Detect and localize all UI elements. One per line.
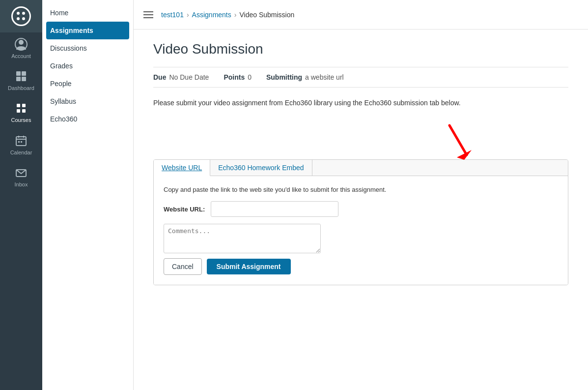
tab-content: Copy and paste the link to the web site … [154,176,568,285]
meta-due: Due No Due Date [153,73,209,81]
breadcrumb-current: Video Submission [239,11,294,19]
courses-icon [14,101,28,115]
svg-rect-9 [22,109,26,113]
dashboard-icon [14,69,28,83]
breadcrumb: test101 › Assignments › Video Submission [161,11,294,19]
assignment-meta: Due No Due Date Points 0 Submitting a we… [153,67,568,88]
main-content: test101 › Assignments › Video Submission… [134,0,588,390]
breadcrumb-sep2: › [234,11,237,19]
comments-textarea[interactable] [164,224,321,253]
svg-rect-2 [16,71,21,76]
svg-rect-7 [22,104,26,107]
logo-dot [17,17,20,20]
points-label: Points [224,73,245,81]
course-nav-grades[interactable]: Grades [42,57,133,75]
svg-rect-8 [17,109,20,113]
course-nav-assignments[interactable]: Assignments [46,22,129,39]
svg-rect-5 [22,77,26,81]
url-input[interactable] [211,201,338,217]
meta-submitting: Submitting a website url [266,73,344,81]
form-actions: Cancel Submit Assignment [164,258,558,275]
course-nav-home[interactable]: Home [42,4,133,22]
svg-point-0 [19,40,24,45]
app-logo [0,0,42,32]
points-value: 0 [248,73,252,81]
course-nav: Home Assignments Discussions Grades Peop… [42,0,134,390]
page-title: Video Submission [153,41,568,57]
due-label: Due [153,73,166,81]
global-nav: Account Dashboard Courses [0,0,42,390]
hamburger-line [143,17,153,18]
arrow-container [153,123,568,164]
global-nav-calendar[interactable]: Calendar [0,129,42,161]
top-bar: test101 › Assignments › Video Submission [134,0,588,30]
submitting-value: a website url [305,73,344,81]
logo-circle [11,6,31,26]
breadcrumb-section[interactable]: Assignments [192,11,231,19]
logo-dot [22,17,25,20]
course-nav-discussions[interactable]: Discussions [42,39,133,57]
global-nav-account[interactable]: Account [0,32,42,64]
svg-rect-15 [21,141,22,143]
global-nav-inbox[interactable]: Inbox [0,161,42,193]
meta-points: Points 0 [224,73,252,81]
red-arrow [440,123,479,164]
cancel-button[interactable]: Cancel [164,258,202,275]
hamburger-line [143,11,153,12]
course-nav-people[interactable]: People [42,75,133,92]
global-nav-dashboard[interactable]: Dashboard [0,64,42,96]
calendar-icon [14,134,28,148]
breadcrumb-sep: › [187,11,189,19]
svg-line-17 [449,125,467,155]
svg-rect-6 [17,104,20,107]
logo-dot [22,12,25,15]
calendar-label: Calendar [10,150,32,156]
dashboard-label: Dashboard [8,85,34,91]
logo-dot [17,12,20,15]
svg-rect-3 [22,71,26,76]
courses-label: Courses [11,117,31,123]
url-form-row: Website URL: [164,201,558,217]
account-label: Account [11,53,31,60]
hamburger-line [143,14,153,15]
submit-button[interactable]: Submit Assignment [207,259,291,274]
account-icon [14,37,28,51]
url-label: Website URL: [164,206,205,213]
hamburger-menu[interactable] [143,11,153,18]
submitting-label: Submitting [266,73,302,81]
inbox-icon [14,166,28,180]
page-body: Video Submission Due No Due Date Points … [134,30,588,390]
global-nav-courses[interactable]: Courses [0,96,42,128]
svg-rect-4 [16,77,21,81]
inbox-label: Inbox [15,181,28,188]
svg-rect-14 [18,141,20,143]
comments-row [164,224,558,255]
course-nav-syllabus[interactable]: Syllabus [42,92,133,110]
breadcrumb-course[interactable]: test101 [161,11,184,19]
due-value: No Due Date [169,73,209,81]
tab-instruction: Copy and paste the link to the web site … [164,186,558,193]
logo-dots [17,12,26,21]
submission-area: Website URL Echo360 Homework Embed Copy … [153,159,568,285]
course-nav-echo360[interactable]: Echo360 [42,110,133,128]
assignment-description: Please submit your video assignment from… [153,97,568,108]
